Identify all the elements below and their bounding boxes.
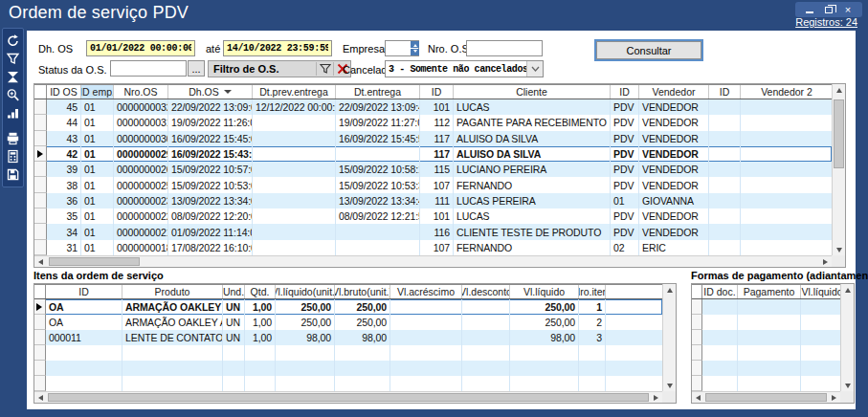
row-selector[interactable] <box>34 99 47 115</box>
row-selector[interactable] <box>34 315 46 330</box>
col-header[interactable]: Dt.prev.entrega <box>253 85 336 99</box>
cell[interactable] <box>245 345 276 361</box>
cell[interactable]: 1 <box>579 299 606 315</box>
row-selector[interactable] <box>34 146 47 162</box>
cell[interactable] <box>709 146 741 162</box>
cell[interactable]: 13/09/2022 13:34:48 <box>336 193 420 208</box>
cell[interactable]: 98,00 <box>335 330 390 345</box>
cell[interactable] <box>462 345 510 361</box>
cell[interactable]: OA <box>46 299 122 315</box>
cell[interactable]: 01 <box>611 193 639 208</box>
cell[interactable] <box>510 376 579 391</box>
save-icon[interactable] <box>4 165 22 184</box>
cell[interactable]: 01 <box>81 177 114 192</box>
cell[interactable]: UN <box>223 315 245 330</box>
cell[interactable] <box>390 299 462 315</box>
cell[interactable] <box>390 376 462 391</box>
cell[interactable] <box>738 315 801 330</box>
col-header[interactable]: ID <box>709 85 741 99</box>
cell[interactable]: 38 <box>47 177 81 192</box>
row-selector[interactable] <box>34 240 47 255</box>
cell[interactable] <box>709 177 741 192</box>
cell[interactable] <box>253 146 336 162</box>
cell[interactable]: 250,00 <box>335 315 390 330</box>
col-header[interactable]: Und. <box>223 285 245 298</box>
row-selector[interactable] <box>34 376 46 391</box>
cell[interactable] <box>253 193 336 208</box>
spinner-up-icon[interactable] <box>411 41 419 48</box>
cell[interactable]: VENDEDOR <box>639 131 709 146</box>
col-header[interactable]: Dh.OS <box>168 85 253 99</box>
cell[interactable]: 45 <box>47 99 81 115</box>
cell[interactable]: 111 <box>420 193 454 208</box>
cell[interactable] <box>223 376 245 391</box>
cell[interactable]: 0000000030 <box>114 131 168 146</box>
cell[interactable]: 107 <box>420 177 454 192</box>
cell[interactable] <box>510 361 579 376</box>
cell[interactable]: PDV <box>611 177 639 192</box>
cell[interactable]: 0000000031 <box>114 115 168 130</box>
cell[interactable]: VENDEDOR <box>639 162 709 177</box>
cell[interactable] <box>741 240 832 255</box>
print-icon[interactable] <box>4 129 22 147</box>
cell[interactable]: 0000000022 <box>114 208 168 224</box>
cell[interactable]: 34 <box>47 224 81 239</box>
cell[interactable]: UN <box>223 299 245 315</box>
cell[interactable]: 08/09/2022 12:21:56 <box>336 208 420 224</box>
cell[interactable]: ARMAÇÃO OAKLEY ACRILIC <box>122 299 223 315</box>
col-header[interactable]: ID OS <box>47 85 81 99</box>
scroll-track[interactable] <box>704 392 828 403</box>
scroll-right-icon[interactable] <box>819 256 832 267</box>
cell[interactable]: 1,00 <box>245 299 276 315</box>
cell[interactable] <box>390 315 462 330</box>
row-selector[interactable] <box>692 361 702 376</box>
filter-icon[interactable] <box>4 50 22 68</box>
cell[interactable]: 15/09/2022 10:53:00 <box>168 177 253 192</box>
dh-os-input[interactable] <box>86 40 195 56</box>
col-header[interactable]: Vl.bruto(unit.) <box>335 285 390 298</box>
cell[interactable]: PDV <box>611 99 639 115</box>
scroll-up-icon[interactable] <box>663 284 676 296</box>
cell[interactable]: 39 <box>47 162 81 177</box>
cell[interactable] <box>579 376 606 391</box>
cell[interactable]: VENDEDOR <box>639 224 709 239</box>
cell[interactable]: PDV <box>611 146 639 162</box>
cell[interactable]: VENDEDOR <box>639 146 709 162</box>
calculator-icon[interactable] <box>4 147 22 165</box>
levels-icon[interactable] <box>4 104 22 122</box>
cell[interactable]: 16/09/2022 15:45:53 <box>336 131 420 146</box>
cell[interactable] <box>801 299 840 315</box>
cell[interactable] <box>46 361 122 376</box>
row-selector[interactable] <box>692 376 702 391</box>
cell[interactable] <box>390 330 462 345</box>
cell[interactable] <box>738 299 801 315</box>
cell[interactable]: 01 <box>81 99 114 115</box>
cell[interactable] <box>462 299 510 315</box>
cell[interactable]: CLIENTE TESTE DE PRODUTO <box>454 224 611 239</box>
table-row[interactable]: 3101000000001817/08/2022 16:10:00107FERN… <box>34 240 832 255</box>
cell[interactable] <box>738 376 801 391</box>
cell[interactable]: 0000000029 <box>114 146 168 162</box>
col-header[interactable]: Nro.OS <box>114 85 168 99</box>
cell[interactable]: 19/09/2022 11:26:00 <box>168 115 253 130</box>
cell[interactable]: 17/08/2022 16:10:00 <box>168 240 253 255</box>
cell[interactable] <box>709 115 741 130</box>
cell[interactable] <box>46 345 122 361</box>
table-row[interactable]: OAARMAÇÃO OAKLEY ACRILICUN1,00250,00250,… <box>34 299 662 315</box>
cell[interactable]: PDV <box>611 224 639 239</box>
cell[interactable]: FERNANDO <box>454 177 611 192</box>
cell[interactable] <box>741 193 832 208</box>
row-selector[interactable] <box>34 131 47 146</box>
cell[interactable]: 0000000023 <box>114 193 168 208</box>
cell[interactable] <box>335 376 390 391</box>
row-selector[interactable] <box>692 299 702 315</box>
cell[interactable] <box>245 376 276 391</box>
horizontal-scrollbar[interactable] <box>34 255 832 267</box>
cell[interactable]: 19/09/2022 11:27:00 <box>336 115 420 130</box>
cell[interactable]: 02 <box>611 240 639 255</box>
col-header[interactable]: Vl.líquido <box>510 285 579 298</box>
search-zoom-icon[interactable] <box>4 86 22 104</box>
cell[interactable]: 12/12/2022 00:00:00 <box>253 99 336 115</box>
cell[interactable]: LUCAS <box>454 208 611 224</box>
ate-input[interactable] <box>223 40 332 56</box>
